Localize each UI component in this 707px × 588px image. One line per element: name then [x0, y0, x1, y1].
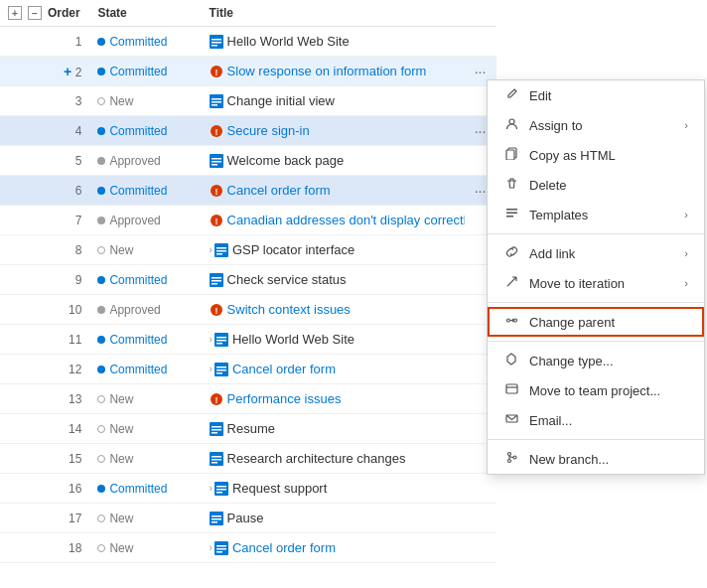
- table-row-order: 7: [0, 206, 89, 235]
- chevron-icon[interactable]: ›: [210, 334, 212, 345]
- context-menu: EditAssign to›Copy as HTMLDeleteTemplate…: [487, 79, 705, 475]
- menu-label-change-parent: Change parent: [529, 315, 688, 330]
- table-row-state: New: [89, 533, 201, 563]
- menu-item-delete[interactable]: Delete: [488, 170, 704, 200]
- menu-item-move-to-team-project[interactable]: Move to team project...: [488, 375, 704, 405]
- table-row-state: Committed: [89, 176, 201, 206]
- row-context-menu-btn[interactable]: ···: [473, 123, 489, 139]
- menu-item-move-to-iteration[interactable]: Move to iteration›: [488, 268, 704, 298]
- table-row-title: ›Hello World Web Site: [202, 325, 465, 355]
- title-text[interactable]: Pause: [227, 511, 264, 525]
- table-row-state: Approved: [89, 146, 201, 176]
- bug-icon: !: [210, 65, 223, 78]
- svg-rect-58: [216, 548, 226, 550]
- table-row-title: !Slow response on information form: [202, 57, 465, 86]
- svg-rect-9: [212, 104, 217, 106]
- collapse-all-btn[interactable]: −: [28, 6, 42, 20]
- menu-item-assign-to[interactable]: Assign to›: [488, 110, 704, 140]
- menu-label-copy-as-html: Copy as HTML: [529, 148, 688, 163]
- svg-rect-27: [212, 283, 217, 285]
- svg-rect-57: [216, 545, 226, 547]
- menu-icon-change-type: [503, 353, 519, 368]
- chevron-icon[interactable]: ›: [210, 542, 212, 553]
- expand-all-btn[interactable]: +: [8, 6, 22, 20]
- row-context-menu-btn[interactable]: ···: [473, 183, 489, 199]
- title-text[interactable]: Hello World Web Site: [227, 34, 350, 49]
- title-text[interactable]: Research architecture changes: [227, 451, 406, 466]
- menu-item-edit[interactable]: Edit: [488, 80, 704, 110]
- menu-arrow-add-link: ›: [684, 247, 688, 259]
- svg-rect-26: [212, 280, 221, 282]
- table-row-order: 6: [0, 176, 89, 206]
- feature-icon: [210, 452, 223, 466]
- table-row-order: 9: [0, 265, 89, 295]
- svg-rect-50: [216, 489, 226, 491]
- menu-item-email[interactable]: Email...: [488, 405, 704, 435]
- bug-icon: !: [210, 124, 223, 138]
- menu-item-add-link[interactable]: Add link›: [488, 238, 704, 268]
- table-row-state: New: [89, 414, 201, 444]
- table-row-state: Committed: [89, 325, 201, 355]
- title-text[interactable]: Canadian addresses don't display correct…: [227, 213, 465, 227]
- order-header: Order: [48, 6, 80, 20]
- menu-label-email: Email...: [529, 413, 688, 428]
- title-text[interactable]: Slow response on information form: [227, 64, 427, 78]
- menu-item-copy-as-html[interactable]: Copy as HTML: [488, 140, 704, 170]
- title-text[interactable]: Hello World Web Site: [232, 332, 354, 347]
- chevron-icon[interactable]: ›: [210, 244, 212, 255]
- svg-rect-51: [216, 492, 222, 494]
- title-text[interactable]: Performance issues: [227, 391, 342, 406]
- title-text[interactable]: Resume: [227, 421, 275, 436]
- table-row-state: Approved: [89, 206, 201, 235]
- svg-rect-65: [506, 216, 513, 218]
- svg-point-72: [513, 456, 516, 459]
- menu-icon-move-to-team-project: [503, 382, 519, 398]
- table-row-state: Committed: [89, 57, 201, 86]
- menu-icon-delete: [503, 177, 519, 193]
- title-text[interactable]: Cancel order form: [232, 540, 336, 555]
- title-text[interactable]: Cancel order form: [232, 362, 336, 376]
- feature-icon: [214, 333, 228, 347]
- chevron-icon[interactable]: ›: [210, 483, 212, 494]
- table-row-title: Check service status: [202, 265, 465, 295]
- feature-icon: [210, 35, 223, 49]
- menu-label-assign-to: Assign to: [529, 118, 684, 133]
- title-text[interactable]: Cancel order form: [227, 183, 331, 198]
- menu-label-add-link: Add link: [529, 246, 684, 261]
- title-text[interactable]: Request support: [232, 481, 327, 496]
- svg-rect-32: [216, 340, 226, 342]
- title-text[interactable]: GSP locator interface: [232, 242, 354, 257]
- svg-text:!: !: [214, 395, 217, 405]
- title-text[interactable]: Switch context issues: [227, 302, 351, 317]
- menu-item-new-branch[interactable]: New branch...: [488, 444, 704, 474]
- title-text[interactable]: Check service status: [227, 272, 347, 287]
- add-child-btn[interactable]: +: [64, 64, 71, 79]
- work-items-table: + − Order State Title 1CommittedHello Wo…: [0, 0, 496, 588]
- title-text[interactable]: Welcome back page: [227, 153, 345, 168]
- table-row-state: Committed: [89, 355, 201, 384]
- table-row-order: 1: [0, 27, 89, 57]
- table-row-order: 15: [0, 444, 89, 474]
- menu-icon-new-branch: [503, 451, 519, 467]
- svg-point-70: [507, 453, 510, 456]
- title-text[interactable]: Secure sign-in: [227, 123, 310, 138]
- menu-icon-change-parent: [503, 314, 519, 330]
- state-header: State: [89, 0, 201, 27]
- row-context-menu-btn[interactable]: ···: [473, 64, 489, 79]
- table-row-order: 4: [0, 116, 89, 146]
- title-header: Title: [202, 0, 465, 27]
- table-row-actions: [465, 504, 496, 533]
- svg-text:!: !: [214, 187, 217, 197]
- table-row-title: Hello World Web Site: [202, 27, 465, 57]
- menu-divider: [488, 302, 704, 303]
- table-row-title: ›Request support: [202, 474, 465, 504]
- chevron-icon[interactable]: ›: [210, 364, 212, 374]
- menu-item-templates[interactable]: Templates›: [488, 200, 704, 229]
- table-row-title: !Secure sign-in: [202, 116, 465, 146]
- svg-rect-42: [212, 429, 221, 431]
- menu-item-change-parent[interactable]: Change parent: [488, 307, 704, 337]
- table-row-state: New: [89, 444, 201, 474]
- title-text[interactable]: Change initial view: [227, 93, 335, 108]
- menu-item-change-type[interactable]: Change type...: [488, 346, 704, 375]
- menu-label-delete: Delete: [529, 178, 688, 193]
